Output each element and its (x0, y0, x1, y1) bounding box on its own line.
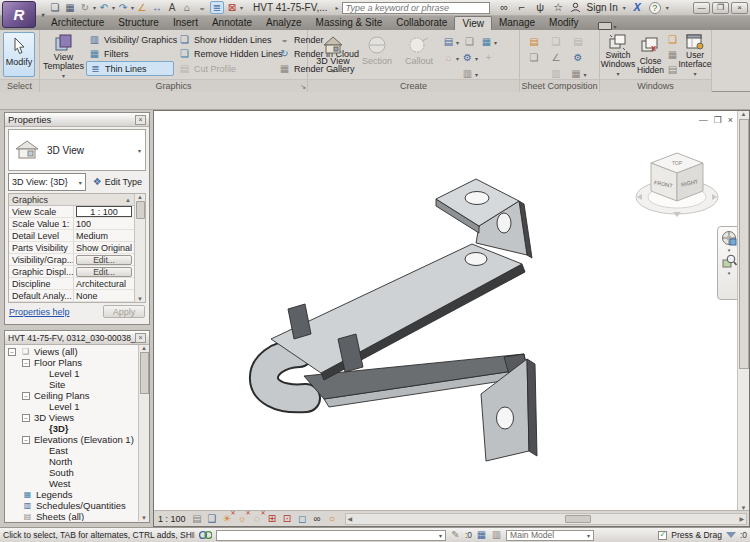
properties-help-link[interactable]: Properties help (9, 307, 70, 317)
close-inactive-windows-button[interactable]: ⊠ (225, 1, 239, 14)
bracket-model[interactable] (214, 151, 554, 481)
minimize-button[interactable]: — (693, 2, 710, 14)
canvas-horizontal-scrollbar[interactable]: ◀ ▶ (345, 513, 747, 525)
favorites-icon[interactable]: ☆ (552, 1, 565, 14)
communication-center-icon[interactable]: ψ (534, 1, 547, 14)
design-options-icon[interactable]: ▦ (476, 529, 487, 542)
tree-item-legends[interactable]: ▦Legends (5, 489, 138, 500)
browser-scrollbar[interactable]: ▲ ▼ (138, 345, 149, 521)
properties-close-icon[interactable]: × (135, 115, 146, 125)
filters-button[interactable]: ▦Filters (86, 47, 174, 61)
view-instance-select[interactable]: 3D View: {3D} ▾ (8, 173, 86, 191)
visibility-graphics-button[interactable]: ▥Visibility/ Graphics (86, 33, 174, 47)
rendering-dialog-icon[interactable]: ◌✕ (251, 512, 264, 525)
thin-lines-toggle-button[interactable]: ≣ (210, 1, 224, 14)
tab-collaborate[interactable]: Collaborate (389, 16, 454, 30)
measure-button[interactable]: ∠ (135, 1, 149, 14)
scroll-up-icon[interactable]: ▲ (741, 111, 747, 117)
redo-dropdown-icon[interactable]: ▾ (131, 4, 134, 11)
visual-style-icon[interactable]: ❑ (206, 512, 219, 525)
tree-item-schedules[interactable]: ▥Schedules/Quantities (5, 500, 138, 511)
section-collapse-icon[interactable]: ▲ (125, 197, 131, 203)
guide-grid-button[interactable]: ❏ (523, 50, 545, 66)
sign-in-dropdown-icon[interactable]: ▾ (623, 4, 626, 11)
collapse-icon[interactable]: − (8, 348, 16, 356)
sync-dropdown-icon[interactable]: ▾ (93, 4, 96, 11)
remove-hidden-lines-button[interactable]: ❏Remove Hidden Lines (176, 47, 274, 61)
collapse-icon[interactable]: − (22, 414, 30, 422)
editing-requests-icon[interactable]: ✎ (450, 529, 461, 542)
crop-region-icon[interactable]: ⊡ (281, 512, 294, 525)
tile-windows-icon[interactable]: ▦ (666, 48, 679, 61)
edit-type-button[interactable]: ❖ Edit Type (88, 173, 146, 191)
search-input[interactable] (342, 2, 490, 14)
worksets-select[interactable]: ▾ (216, 530, 446, 541)
modify-button[interactable]: Modify (3, 32, 35, 77)
sign-in-button[interactable]: Sign In (587, 2, 618, 13)
tree-item-site[interactable]: Site (5, 379, 138, 390)
tree-item-3d[interactable]: {3D} (5, 423, 138, 434)
tree-item-sheets[interactable]: ▤Sheets (all) (5, 511, 138, 521)
detail-level-icon[interactable]: ▤ (191, 512, 204, 525)
tree-item-3d-views[interactable]: −3D Views (5, 412, 138, 423)
steering-wheel-icon[interactable] (721, 230, 737, 246)
application-menu-button[interactable]: R ▾ (2, 1, 36, 28)
tab-view[interactable]: View (454, 16, 492, 30)
undo-dropdown-icon[interactable]: ▾ (112, 4, 115, 11)
subscription-center-icon[interactable]: ⌐ (516, 1, 529, 14)
tree-item-north[interactable]: North (5, 456, 138, 467)
help-dropdown-icon[interactable]: ▾ (666, 4, 669, 11)
collapse-icon[interactable]: − (22, 436, 30, 444)
tree-item-east[interactable]: East (5, 445, 138, 456)
tab-massing-site[interactable]: Massing & Site (309, 16, 390, 30)
tree-item-views-all[interactable]: −❏Views (all) (5, 346, 138, 357)
active-options-icon[interactable]: ▥ (491, 529, 502, 542)
cascade-windows-icon[interactable]: ▤ (666, 63, 679, 76)
project-browser-header[interactable]: HVT 41-75-FV, 0312_030-00038_FV - ... × (5, 331, 149, 345)
default-3d-view-button[interactable]: ⌂ (180, 1, 194, 14)
help-icon[interactable]: ? (649, 2, 661, 14)
scroll-left-icon[interactable]: ◀ (346, 515, 355, 522)
shadows-icon[interactable]: ☼✕ (236, 512, 249, 525)
new-sheet-button[interactable]: ▤ (523, 34, 545, 50)
zoom-dropdown-icon[interactable]: ▾ (728, 270, 731, 276)
zoom-icon[interactable] (722, 254, 737, 269)
view-close-icon[interactable]: × (728, 115, 733, 125)
parts-visibility-value[interactable]: Show Original (76, 243, 132, 253)
sun-path-icon[interactable]: ☀✕ (221, 512, 234, 525)
render-button[interactable]: ◒ (195, 1, 209, 14)
canvas-vertical-scrollbar[interactable]: ▲ ▼ (737, 111, 749, 511)
viewcube-top-label[interactable]: TOP (672, 160, 683, 166)
thin-lines-button[interactable]: ≣Thin Lines (86, 61, 174, 76)
scroll-up-icon[interactable]: ▲ (141, 345, 147, 351)
scrollbar-thumb[interactable] (140, 352, 149, 394)
tree-item-south[interactable]: South (5, 467, 138, 478)
redo-button[interactable]: ↷ (116, 1, 130, 14)
tab-analyze[interactable]: Analyze (259, 16, 309, 30)
view-scale-input[interactable]: 1 : 100 (76, 206, 132, 217)
scrollbar-thumb[interactable] (565, 515, 591, 523)
switch-windows-button[interactable]: Switch Windows ▾ (601, 32, 635, 77)
drawing-area[interactable]: — ❐ × TOP FRONT RIGHT ▾ ▾ (153, 110, 750, 527)
reveal-hidden-icon[interactable]: ○ (326, 512, 339, 525)
plan-views-button[interactable]: ▤▾ (441, 34, 460, 50)
tree-item-west[interactable]: West (5, 478, 138, 489)
properties-scrollbar[interactable]: ▲ ▼ (134, 194, 145, 302)
tab-modify[interactable]: Modify (542, 16, 585, 30)
scroll-down-icon[interactable]: ▼ (137, 296, 143, 302)
text-button[interactable]: A (165, 1, 179, 14)
discipline-value[interactable]: Architectural (76, 279, 126, 289)
visibility-edit-button[interactable]: Edit... (76, 255, 132, 265)
show-hidden-lines-button[interactable]: ❏Show Hidden Lines (176, 33, 274, 47)
duplicate-view-button[interactable]: ⚙▾ (460, 50, 479, 66)
lock-3d-view-icon[interactable]: ◻ (296, 512, 309, 525)
design-option-select[interactable]: Main Model▾ (506, 530, 594, 541)
search-expand-icon[interactable]: ▸ (336, 4, 339, 11)
tree-item-level-1[interactable]: Level 1 (5, 368, 138, 379)
close-button[interactable]: × (731, 2, 748, 14)
open-button[interactable]: ❏ (48, 1, 62, 14)
hide-isolate-icon[interactable]: ∞ (311, 512, 324, 525)
default-analysis-value[interactable]: None (76, 291, 98, 301)
scroll-up-icon[interactable]: ▲ (137, 194, 143, 200)
scroll-right-icon[interactable]: ▶ (737, 515, 746, 522)
